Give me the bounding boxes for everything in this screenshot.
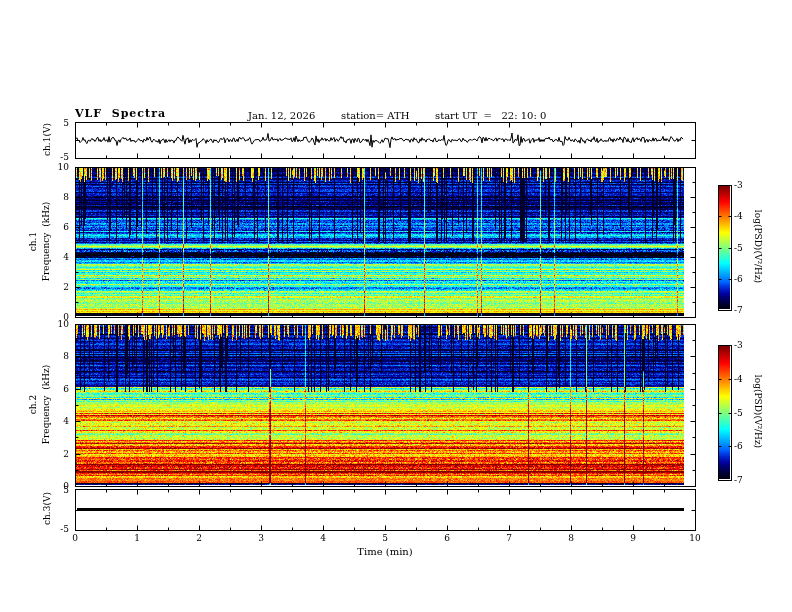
freq-tick-label: 10 <box>0 319 69 329</box>
time-tick-label: 10 <box>680 533 710 543</box>
time-tick-label: 6 <box>432 533 462 543</box>
volt-tick-label: -5 <box>0 524 69 534</box>
volt-tick-label: 5 <box>0 485 69 495</box>
freq-tick-label: 2 <box>0 282 69 292</box>
freq-tick-label: 10 <box>0 162 69 172</box>
colorbar-tick-label: -4 <box>734 374 758 384</box>
plot-start-ut: start UT = 22: 10: 0 <box>435 110 546 122</box>
freq-tick-label: 4 <box>0 252 69 262</box>
time-tick-label: 8 <box>556 533 586 543</box>
time-axis-label: Time (min) <box>75 546 695 557</box>
freq-tick-label: 8 <box>0 351 69 361</box>
time-tick-label: 5 <box>370 533 400 543</box>
freq-tick-label: 6 <box>0 384 69 394</box>
colorbar-tick-label: -6 <box>734 274 758 284</box>
colorbar-tick-label: -7 <box>734 305 758 315</box>
ch3-wave-ylabel: ch.3(V) <box>42 449 53 569</box>
volt-tick-label: -5 <box>0 152 69 162</box>
plot-date: Jan. 12, 2026 <box>248 110 315 122</box>
axes-frame-canvas <box>0 0 792 612</box>
time-tick-label: 3 <box>246 533 276 543</box>
colorbar-tick-label: -6 <box>734 441 758 451</box>
time-tick-label: 7 <box>494 533 524 543</box>
plot-title: VLF Spectra <box>75 108 166 120</box>
vlf-spectra-figure: VLF Spectra Jan. 12, 2026 station= ATH s… <box>0 0 792 612</box>
colorbar-tick-label: -5 <box>734 243 758 253</box>
time-tick-label: 4 <box>308 533 338 543</box>
ch2-spec-channel-label: ch.2 <box>28 345 39 465</box>
colorbar-tick-label: -5 <box>734 408 758 418</box>
colorbar-tick-label: -3 <box>734 180 758 190</box>
freq-tick-label: 8 <box>0 192 69 202</box>
plot-station: station= ATH <box>341 110 409 122</box>
colorbar-tick-label: -4 <box>734 211 758 221</box>
time-tick-label: 0 <box>60 533 90 543</box>
volt-tick-label: 5 <box>0 118 69 128</box>
ch2-spec-ylabel: Frequency (kHz) <box>41 345 52 465</box>
time-tick-label: 9 <box>618 533 648 543</box>
colorbar-tick-label: -3 <box>734 340 758 350</box>
colorbar-tick-label: -7 <box>734 475 758 485</box>
freq-tick-label: 2 <box>0 449 69 459</box>
time-tick-label: 1 <box>122 533 152 543</box>
freq-tick-label: 4 <box>0 416 69 426</box>
freq-tick-label: 6 <box>0 222 69 232</box>
time-tick-label: 2 <box>184 533 214 543</box>
